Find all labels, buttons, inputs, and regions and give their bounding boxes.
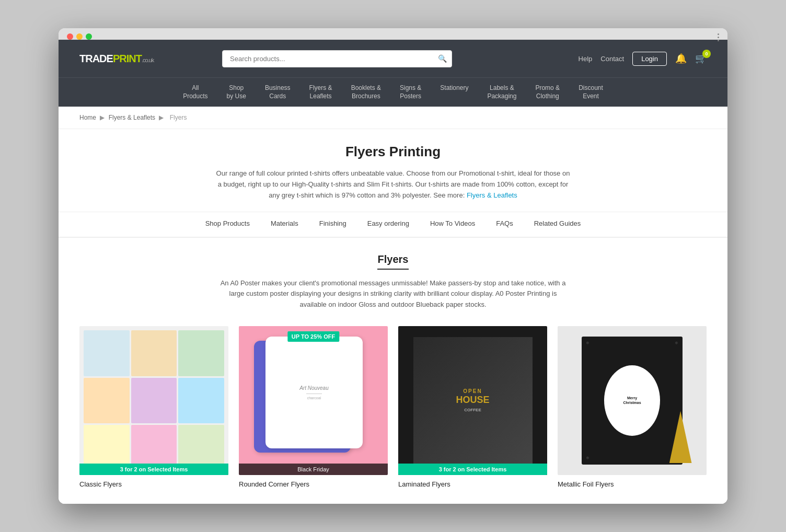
nav-item-signs-posters[interactable]: Signs &Posters	[390, 78, 431, 107]
nav-item-labels-packaging[interactable]: Labels &Packaging	[478, 78, 526, 107]
badge-promo-laminated: 3 for 2 on Selected Items	[398, 464, 547, 475]
products-grid: Black Friday 3 for 2 on Selected Items C…	[79, 326, 707, 488]
product-name-rounded-corner-flyers: Rounded Corner Flyers	[239, 480, 388, 488]
hero-link[interactable]: Flyers & Leaflets	[467, 191, 517, 199]
site-logo[interactable]: TRADEPRINT.co.uk	[79, 53, 154, 65]
tab-materials[interactable]: Materials	[271, 219, 298, 229]
logo-trade: TRADE	[79, 53, 113, 64]
nav-item-discount-event[interactable]: DiscountEvent	[569, 78, 612, 107]
product-card-laminated-flyers[interactable]: OPEN HOUSE COFFEE Black Friday 3 for 2 o…	[398, 326, 547, 488]
page-title: Flyers Printing	[79, 144, 707, 160]
product-card-rounded-corner-flyers[interactable]: UP TO 25% OFF Art Nouveau charcoal Bl	[239, 326, 388, 488]
nav-item-booklets-brochures[interactable]: Booklets &Brochures	[342, 78, 390, 107]
search-input[interactable]	[222, 50, 452, 67]
login-button[interactable]: Login	[632, 52, 667, 66]
breadcrumb-current: Flyers	[170, 114, 187, 121]
nav-item-flyers-leaflets[interactable]: Flyers &Leaflets	[300, 78, 342, 107]
breadcrumb-sep1: ▶	[100, 114, 105, 121]
notifications-icon[interactable]: 🔔	[675, 53, 687, 64]
nav-item-business-cards[interactable]: BusinessCards	[256, 78, 300, 107]
tab-shop-products[interactable]: Shop Products	[205, 219, 250, 229]
help-link[interactable]: Help	[579, 55, 593, 63]
products-section: Flyers An A0 Poster makes your client's …	[59, 238, 727, 504]
browser-window: TRADEPRINT.co.uk 🔍 Help Contact Login 🔔 …	[59, 28, 727, 504]
browser-dots	[67, 33, 92, 40]
tab-finishing[interactable]: Finishing	[319, 219, 346, 229]
breadcrumb-sep2: ▶	[159, 114, 164, 121]
badge-sale-rounded: UP TO 25% OFF	[287, 331, 339, 342]
product-card-classic-flyers[interactable]: Black Friday 3 for 2 on Selected Items C…	[79, 326, 228, 488]
product-name-metallic-foil-flyers: Metallic Foil Flyers	[558, 480, 707, 488]
breadcrumb-home[interactable]: Home	[79, 114, 96, 121]
product-image-rounded-corner-flyers: UP TO 25% OFF Art Nouveau charcoal Bl	[239, 326, 388, 475]
main-content: Home ▶ Flyers & Leaflets ▶ Flyers Flyers…	[59, 107, 727, 504]
breadcrumb: Home ▶ Flyers & Leaflets ▶ Flyers	[59, 107, 727, 129]
badge-promo-classic: 3 for 2 on Selected Items	[79, 464, 228, 475]
product-name-laminated-flyers: Laminated Flyers	[398, 480, 547, 488]
cart-badge: 0	[702, 50, 711, 58]
cart-icon[interactable]: 🛒 0	[695, 53, 707, 64]
site-header: TRADEPRINT.co.uk 🔍 Help Contact Login 🔔 …	[59, 40, 727, 77]
tabs-bar: Shop Products Materials Finishing Easy o…	[59, 212, 727, 238]
logo-print: PRINT	[113, 53, 142, 64]
nav-item-all-products[interactable]: AllProducts	[174, 78, 217, 107]
maximize-dot[interactable]	[86, 33, 92, 40]
breadcrumb-flyers-leaflets[interactable]: Flyers & Leaflets	[109, 114, 155, 121]
section-title: Flyers	[79, 253, 707, 265]
search-icon[interactable]: 🔍	[438, 54, 447, 63]
tab-related-guides[interactable]: Related Guides	[534, 219, 581, 229]
browser-chrome	[59, 28, 727, 40]
product-image-laminated-flyers: OPEN HOUSE COFFEE Black Friday 3 for 2 o…	[398, 326, 547, 475]
product-name-classic-flyers: Classic Flyers	[79, 480, 228, 488]
nav-item-stationery[interactable]: Stationery	[431, 78, 478, 107]
close-dot[interactable]	[67, 33, 73, 40]
minimize-dot[interactable]	[76, 33, 83, 40]
header-right: Help Contact Login 🔔 🛒 0	[579, 52, 707, 66]
browser-menu-dots	[718, 33, 719, 41]
browser-content: TRADEPRINT.co.uk 🔍 Help Contact Login 🔔 …	[59, 40, 727, 504]
hero-description: Our range of full colour printed t-shirt…	[215, 168, 571, 201]
nav-item-shop-by-use[interactable]: Shopby Use	[217, 78, 256, 107]
hero-section: Flyers Printing Our range of full colour…	[59, 129, 727, 212]
product-image-classic-flyers: Black Friday 3 for 2 on Selected Items	[79, 326, 228, 475]
tab-faqs[interactable]: FAQs	[496, 219, 513, 229]
product-card-metallic-foil-flyers[interactable]: MerryChristmas ❄ ❄ ❄ Metallic Foil Flyer…	[558, 326, 707, 488]
section-description: An A0 Poster makes your client's promoti…	[215, 278, 571, 310]
site-nav: AllProducts Shopby Use BusinessCards Fly…	[59, 77, 727, 107]
tab-easy-ordering[interactable]: Easy ordering	[367, 219, 409, 229]
product-image-metallic-foil-flyers: MerryChristmas ❄ ❄ ❄	[558, 326, 707, 475]
tab-how-to-videos[interactable]: How To Videos	[430, 219, 475, 229]
search-bar: 🔍	[222, 50, 452, 67]
section-divider	[377, 269, 409, 270]
contact-link[interactable]: Contact	[600, 55, 624, 63]
badge-black-friday-rounded: Black Friday	[239, 464, 388, 475]
nav-item-promo-clothing[interactable]: Promo &Clothing	[526, 78, 569, 107]
logo-couk: .co.uk	[142, 57, 154, 63]
